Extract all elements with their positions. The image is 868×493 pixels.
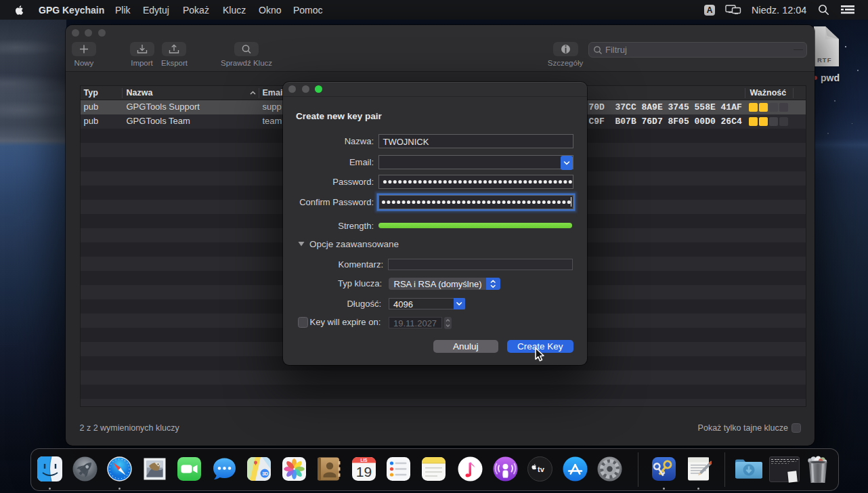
svg-text:tv: tv bbox=[538, 465, 545, 473]
svg-text:3D: 3D bbox=[262, 471, 268, 476]
svg-text:RTF: RTF bbox=[817, 56, 831, 64]
svg-text:LIS: LIS bbox=[360, 458, 368, 463]
svg-text:19: 19 bbox=[355, 464, 371, 479]
